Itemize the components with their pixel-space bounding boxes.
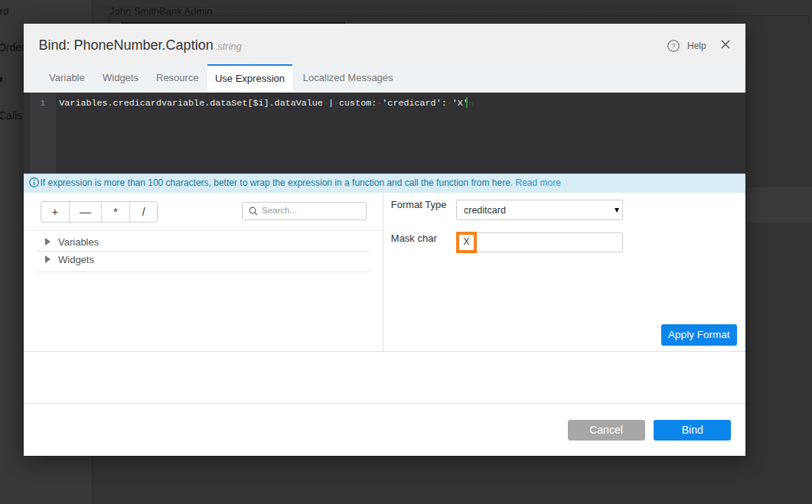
svg-text:?: ? — [671, 41, 675, 50]
